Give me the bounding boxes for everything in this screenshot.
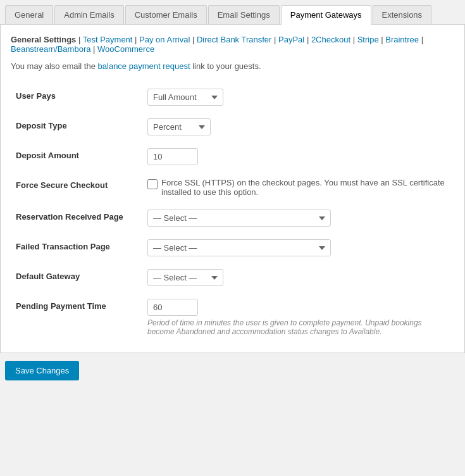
user-pays-select[interactable]: Full Amount Deposit Both bbox=[147, 89, 223, 106]
tab-customer-emails[interactable]: Customer Emails bbox=[125, 5, 207, 24]
deposit-amount-row: Deposit Amount bbox=[11, 142, 454, 172]
subnav-link-beanstream[interactable]: Beanstream/Bambora bbox=[11, 44, 90, 54]
tab-general[interactable]: General bbox=[5, 5, 53, 24]
force-secure-label: Force Secure Checkout bbox=[11, 172, 137, 203]
pending-payment-row: Pending Payment Time Period of time in m… bbox=[11, 292, 454, 342]
reservation-received-label: Reservation Received Page bbox=[11, 203, 137, 233]
subnav-link-woocommerce[interactable]: WooCommerce bbox=[97, 44, 154, 54]
force-secure-checkout-row: Force Secure Checkout Force SSL (HTTPS) … bbox=[11, 172, 454, 203]
footer-bar: Save Changes bbox=[0, 353, 465, 388]
user-pays-row: User Pays Full Amount Deposit Both bbox=[11, 82, 454, 112]
subnav-link-pay-on-arrival[interactable]: Pay on Arrival bbox=[139, 35, 190, 44]
deposit-type-row: Deposit Type Percent Fixed bbox=[11, 112, 454, 142]
info-after: link to your guests. bbox=[192, 61, 261, 71]
info-before: You may also email the bbox=[11, 61, 96, 71]
pending-payment-input[interactable] bbox=[147, 299, 198, 316]
subnav-separator-0: | bbox=[78, 35, 83, 44]
deposit-type-label: Deposit Type bbox=[11, 112, 137, 142]
subnav-prefix: General Settings bbox=[11, 35, 76, 44]
subnav-link-stripe[interactable]: Stripe bbox=[357, 35, 379, 44]
failed-transaction-row: Failed Transaction Page — Select — bbox=[11, 233, 454, 263]
reservation-received-select[interactable]: — Select — bbox=[147, 210, 331, 227]
save-changes-button[interactable]: Save Changes bbox=[5, 361, 79, 380]
subnav-link-braintree[interactable]: Braintree bbox=[385, 35, 419, 44]
subnav-link-direct-bank[interactable]: Direct Bank Transfer bbox=[197, 35, 272, 44]
subnav-link-test-payment[interactable]: Test Payment bbox=[83, 35, 133, 44]
force-secure-checkbox-row: Force SSL (HTTPS) on the checkout pages.… bbox=[147, 178, 449, 197]
tabs-bar: General Admin Emails Customer Emails Ema… bbox=[0, 0, 465, 25]
deposit-amount-label: Deposit Amount bbox=[11, 142, 137, 172]
settings-form: User Pays Full Amount Deposit Both Depos… bbox=[11, 82, 454, 342]
info-text: You may also email the balance payment r… bbox=[11, 61, 454, 71]
balance-payment-link[interactable]: balance payment request bbox=[98, 61, 190, 71]
reservation-received-row: Reservation Received Page — Select — bbox=[11, 203, 454, 233]
force-secure-checkbox-label: Force SSL (HTTPS) on the checkout pages.… bbox=[161, 178, 449, 197]
failed-transaction-select[interactable]: — Select — bbox=[147, 239, 331, 256]
default-gateway-label: Default Gateway bbox=[11, 263, 137, 292]
default-gateway-row: Default Gateway — Select — bbox=[11, 263, 454, 292]
tab-payment-gateways[interactable]: Payment Gateways bbox=[281, 5, 371, 25]
deposit-amount-input[interactable] bbox=[147, 148, 198, 165]
deposit-type-select[interactable]: Percent Fixed bbox=[147, 118, 211, 135]
tab-extensions[interactable]: Extensions bbox=[373, 5, 432, 24]
failed-transaction-label: Failed Transaction Page bbox=[11, 233, 137, 263]
force-secure-checkbox[interactable] bbox=[147, 179, 158, 189]
tab-admin-emails[interactable]: Admin Emails bbox=[54, 5, 123, 24]
user-pays-label: User Pays bbox=[11, 82, 137, 112]
pending-payment-label: Pending Payment Time bbox=[11, 292, 137, 342]
tab-email-settings[interactable]: Email Settings bbox=[208, 5, 280, 24]
page-content: General Settings | Test Payment | Pay on… bbox=[0, 25, 465, 353]
pending-payment-helper: Period of time in minutes the user is gi… bbox=[147, 318, 449, 336]
default-gateway-select[interactable]: — Select — bbox=[147, 269, 223, 286]
subnav-link-2checkout[interactable]: 2Checkout bbox=[311, 35, 350, 44]
subnav-link-paypal[interactable]: PayPal bbox=[278, 35, 304, 44]
sub-nav: General Settings | Test Payment | Pay on… bbox=[11, 35, 454, 54]
